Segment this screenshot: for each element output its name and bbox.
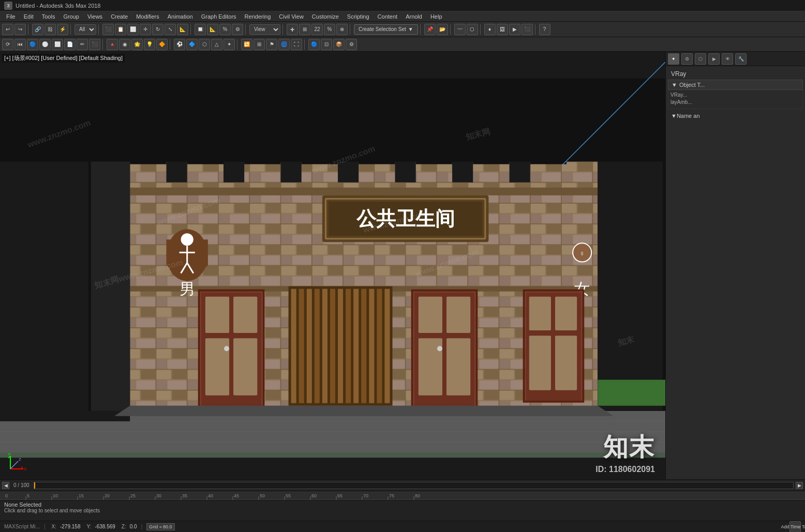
named-sel-button[interactable]: 📌: [424, 24, 436, 35]
menu-help[interactable]: Help: [426, 13, 446, 20]
tb2-btn10[interactable]: ◉: [119, 39, 130, 50]
angle-snap-button[interactable]: 📐: [207, 24, 218, 35]
rpanel-tab-utilities[interactable]: 🔧: [735, 53, 747, 65]
layer-manager-button[interactable]: 📂: [437, 24, 448, 35]
menu-edit[interactable]: Edit: [20, 13, 38, 20]
percent-snap-button[interactable]: %: [219, 24, 231, 35]
menu-civil-view[interactable]: Civil View: [275, 13, 307, 20]
scale-button[interactable]: ⤡: [165, 24, 176, 35]
viewport-select[interactable]: View: [249, 24, 280, 35]
tb2-btn25[interactable]: ⊡: [321, 39, 332, 50]
tb2-btn15[interactable]: 🔷: [186, 39, 198, 50]
tb2-btn3[interactable]: 🔵: [27, 39, 38, 50]
tb2-btn12[interactable]: 💡: [144, 39, 155, 50]
quick-align-button[interactable]: %: [324, 24, 335, 35]
rotate-button[interactable]: ↻: [152, 24, 163, 35]
rect-select-button[interactable]: ⬜: [127, 24, 139, 35]
unlink-button[interactable]: ⛓: [44, 24, 56, 35]
menu-animation[interactable]: Animation: [163, 13, 197, 20]
ref-coord-button[interactable]: 📐: [177, 24, 188, 35]
timeline-track[interactable]: [34, 482, 794, 489]
bind-button[interactable]: ⚡: [57, 24, 68, 35]
render-button[interactable]: ▶: [509, 24, 520, 35]
separator: [102, 39, 105, 50]
align-button[interactable]: 22: [311, 24, 323, 35]
material-editor-button[interactable]: ♦: [484, 24, 496, 35]
svg-text:Z: Z: [19, 457, 21, 462]
help-button[interactable]: ?: [539, 24, 550, 35]
tb2-btn20[interactable]: ⊞: [254, 39, 265, 50]
link-button[interactable]: 🔗: [32, 24, 43, 35]
tb2-btn27[interactable]: ⚙: [346, 39, 357, 50]
tb2-btn6[interactable]: 📄: [64, 39, 76, 50]
separator: [190, 24, 192, 35]
object-type-header[interactable]: ▼ Object T...: [668, 80, 803, 90]
svg-text:55: 55: [286, 493, 291, 498]
schematic-view-button[interactable]: ⬡: [467, 24, 478, 35]
add-time-tap-button[interactable]: Add Time Tap: [789, 521, 801, 533]
object-type-section: ▼ Object T... VRay... layAmb...: [668, 80, 803, 109]
tb2-btn26[interactable]: 📦: [333, 39, 345, 50]
snap-toggle-button[interactable]: 🔲: [195, 24, 206, 35]
timeline-prev-button[interactable]: ◀: [2, 482, 9, 489]
menu-arnold[interactable]: Arnold: [401, 13, 426, 20]
tb2-btn1[interactable]: ⟳: [2, 39, 13, 50]
tb2-btn22[interactable]: 🌀: [278, 39, 290, 50]
tb2-btn16[interactable]: ⬡: [199, 39, 210, 50]
tb2-btn5[interactable]: ⬜: [52, 39, 63, 50]
render-frame-button[interactable]: ⬛: [521, 24, 533, 35]
menu-rendering[interactable]: Rendering: [241, 13, 275, 20]
select-by-name-button[interactable]: 📋: [115, 24, 126, 35]
plus-icon[interactable]: +: [287, 24, 298, 35]
tb2-btn2[interactable]: ⏮: [14, 39, 26, 50]
tb2-btn23[interactable]: ⛶: [291, 39, 302, 50]
menu-tools[interactable]: Tools: [38, 13, 59, 20]
mirror-button[interactable]: ⊞: [299, 24, 310, 35]
tb2-btn18[interactable]: ✦: [223, 39, 235, 50]
render-setup-button[interactable]: 🖼: [497, 24, 508, 35]
spinner-snap-button[interactable]: ⚙: [232, 24, 243, 35]
tb2-btn7[interactable]: ✏: [77, 39, 88, 50]
vray-item2[interactable]: layAmb...: [670, 99, 692, 105]
vray-item1[interactable]: VRay...: [670, 92, 687, 98]
menu-scripting[interactable]: Scripting: [343, 13, 374, 20]
tb2-btn8[interactable]: ⬛: [89, 39, 100, 50]
status-line1: None Selected: [4, 501, 801, 508]
rpanel-tab-display[interactable]: 👁: [722, 53, 733, 65]
menu-modifiers[interactable]: Modifiers: [132, 13, 163, 20]
tb2-btn14[interactable]: ⚽: [174, 39, 185, 50]
tb2-btn24[interactable]: 🔵: [308, 39, 320, 50]
menu-file[interactable]: File: [2, 13, 20, 20]
menu-content[interactable]: Content: [374, 13, 402, 20]
rpanel-tab-modify[interactable]: ⚙: [681, 53, 693, 65]
tb2-btn21[interactable]: ⚑: [266, 39, 277, 50]
undo-button[interactable]: ↩: [2, 24, 13, 35]
tb2-btn4[interactable]: ⚪: [39, 39, 51, 50]
menu-group[interactable]: Group: [59, 13, 83, 20]
tb2-btn19[interactable]: 🔁: [241, 39, 252, 50]
curve-editor-button[interactable]: 〰: [454, 24, 466, 35]
create-selection-set-button[interactable]: Create Selection Set ▼: [354, 24, 418, 35]
viewport[interactable]: [+] [场景#002] [User Defined] [Default Sha…: [0, 52, 665, 479]
menu-create[interactable]: Create: [107, 13, 132, 20]
rpanel-tab-create[interactable]: ✦: [668, 53, 679, 65]
grid-toggle-button[interactable]: Grid = 80.0: [146, 523, 174, 530]
filter-select[interactable]: All: [74, 24, 96, 35]
axes-indicator: X Y Z: [8, 451, 28, 472]
tb2-btn13[interactable]: 🔶: [156, 39, 168, 50]
move-button[interactable]: ✛: [140, 24, 151, 35]
menu-views[interactable]: Views: [83, 13, 107, 20]
redo-button[interactable]: ↪: [14, 24, 26, 35]
tb2-btn11[interactable]: 🌟: [131, 39, 143, 50]
normal-align-button[interactable]: ⊕: [336, 24, 348, 35]
menu-customize[interactable]: Customize: [308, 13, 343, 20]
timeline-next-button[interactable]: ▶: [796, 482, 803, 489]
svg-rect-93: [361, 289, 366, 403]
rpanel-tab-hierarchy[interactable]: ⬡: [695, 53, 706, 65]
tb2-btn17[interactable]: △: [211, 39, 222, 50]
rpanel-tab-motion[interactable]: ▶: [708, 53, 720, 65]
menu-graph-editors[interactable]: Graph Editors: [197, 13, 241, 20]
select-obj-button[interactable]: ⬛: [102, 24, 114, 35]
tb2-btn9[interactable]: 🔺: [107, 39, 118, 50]
separator: [70, 24, 72, 35]
